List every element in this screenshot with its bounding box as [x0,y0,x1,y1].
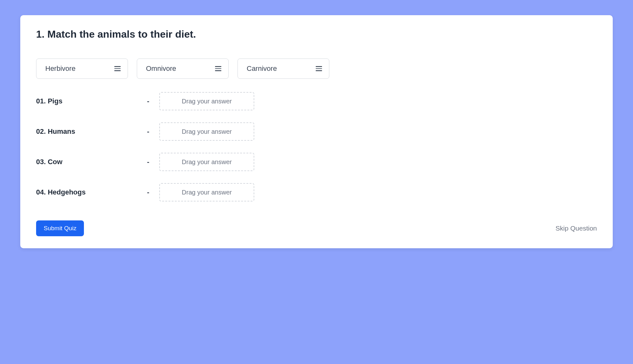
choice-chip-carnivore[interactable]: Carnivore [237,59,329,79]
answer-row: 03. Cow - Drag your answer [36,153,597,171]
drag-handle-icon [316,66,322,71]
choice-label: Carnivore [247,65,277,73]
answer-label: 03. Cow [36,158,142,166]
answer-row: 01. Pigs - Drag your answer [36,92,597,110]
answer-row: 02. Humans - Drag your answer [36,122,597,141]
choice-label: Herbivore [45,65,75,73]
choice-chip-herbivore[interactable]: Herbivore [36,59,128,79]
choice-chip-omnivore[interactable]: Omnivore [137,59,229,79]
drop-zone[interactable]: Drag your answer [159,122,254,141]
question-title: 1. Match the animals to their diet. [36,28,597,40]
answer-dash: - [142,127,154,136]
drop-zone[interactable]: Drag your answer [159,183,254,201]
drag-handle-icon [114,66,121,71]
footer-row: Submit Quiz Skip Question [36,220,597,236]
skip-question-link[interactable]: Skip Question [555,225,597,232]
drop-zone[interactable]: Drag your answer [159,92,254,110]
drop-zone[interactable]: Drag your answer [159,153,254,171]
submit-button[interactable]: Submit Quiz [36,220,84,236]
answer-dash: - [142,158,154,166]
answer-label: 04. Hedgehogs [36,188,142,196]
answer-dash: - [142,97,154,105]
quiz-card: 1. Match the animals to their diet. Herb… [20,15,613,248]
choice-label: Omnivore [146,65,176,73]
answer-dash: - [142,188,154,196]
answer-label: 01. Pigs [36,97,142,105]
drag-handle-icon [215,66,221,71]
answer-row: 04. Hedgehogs - Drag your answer [36,183,597,201]
answer-label: 02. Humans [36,127,142,136]
choices-row: Herbivore Omnivore Carnivore [36,59,597,79]
answers-section: 01. Pigs - Drag your answer 02. Humans -… [36,92,597,201]
